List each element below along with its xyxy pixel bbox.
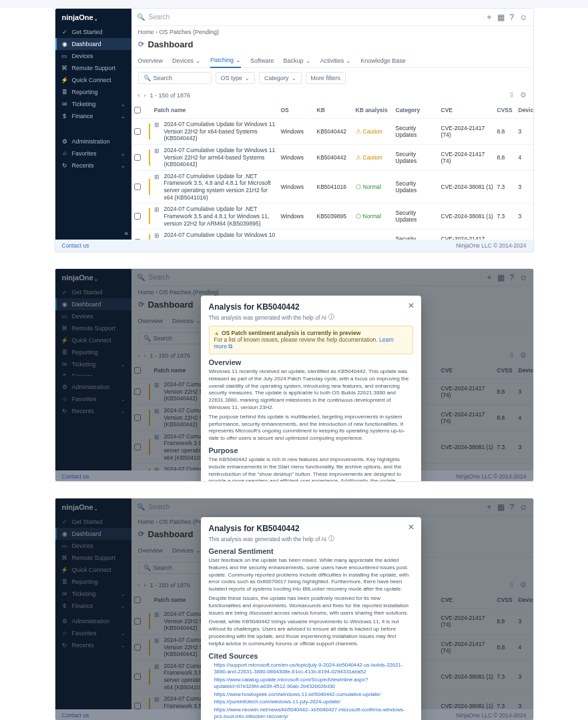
tab-devices[interactable]: Devices⌄ (172, 53, 201, 67)
source-link[interactable]: https://www.catalog.update.microsoft.com… (214, 677, 413, 691)
sidebar-item-finance[interactable]: $Finance⌄ (55, 600, 131, 610)
table-row[interactable]: ⊞2024-07 Cumulative Update for Windows 1… (131, 145, 533, 171)
sidebar-item-favorites[interactable]: ☆Favorites⌄ (55, 147, 131, 159)
sidebar-item-reporting[interactable]: ≣Reporting (55, 576, 131, 588)
row-checkbox[interactable] (134, 239, 141, 240)
refresh-icon[interactable]: ⟳ (138, 40, 144, 49)
sidebar-item-administration[interactable]: ⚙Administration (55, 135, 131, 147)
prev-page-icon[interactable]: ‹ (138, 92, 140, 99)
sidebar-item-remote-support[interactable]: ⌘Remote Support (55, 62, 131, 74)
col-category[interactable]: Category (394, 107, 440, 113)
source-link[interactable]: https://support.microsoft.com/en-us/topi… (214, 662, 413, 676)
info-icon[interactable]: ⓘ (328, 314, 334, 322)
global-search[interactable]: 🔍 Search (137, 13, 483, 21)
export-icon[interactable]: ⇩ (509, 91, 515, 99)
sidebar-item-devices[interactable]: ▭Devices (55, 540, 131, 552)
sidebar-item-get-started[interactable]: ✓Get Started (55, 286, 131, 298)
row-checkbox[interactable] (134, 703, 141, 709)
sidebar-item-quick-connect[interactable]: ⚡Quick Connect (55, 74, 131, 86)
col-patch-name[interactable]: Patch name (153, 107, 280, 113)
row-checkbox[interactable] (134, 673, 141, 680)
sidebar-item-remote-support[interactable]: ⌘Remote Support (55, 552, 131, 564)
sidebar-item-reporting[interactable]: ≣Reporting (55, 346, 131, 358)
col-cvss[interactable]: CVSS (496, 597, 517, 603)
table-row[interactable]: ⊞2024-07 Cumulative Update for Windows 1… (131, 230, 533, 240)
row-checkbox[interactable] (134, 128, 141, 135)
sidebar-collapse-icon[interactable]: « (125, 230, 129, 237)
sidebar-item-dashboard[interactable]: ◉Dashboard (55, 528, 131, 540)
sidebar-item-remote-support[interactable]: ⌘Remote Support (55, 322, 131, 334)
sidebar-item-get-started[interactable]: ✓Get Started (55, 516, 131, 528)
select-all-checkbox[interactable] (134, 597, 141, 603)
tab-overview[interactable]: Overview (138, 314, 164, 328)
add-icon[interactable]: + (487, 13, 492, 22)
tab-devices[interactable]: Devices⌄ (172, 314, 201, 328)
sidebar-item-quick-connect[interactable]: ⚡Quick Connect (55, 334, 131, 346)
tab-devices[interactable]: Devices⌄ (172, 543, 201, 557)
sidebar-item-reporting[interactable]: ≣Reporting (55, 86, 131, 98)
sidebar-item-administration[interactable]: ⚙Administration (55, 615, 131, 627)
row-checkbox[interactable] (134, 618, 141, 625)
sidebar-item-dashboard[interactable]: ◉Dashboard (55, 38, 131, 50)
filter-category[interactable]: Category⌄ (259, 72, 302, 84)
user-icon[interactable]: ☺ (519, 13, 527, 22)
sidebar-item-ticketing[interactable]: ✉Ticketing⌄ (55, 358, 131, 370)
table-row[interactable]: ⊞2024-07 Cumulative Update for .NET Fram… (131, 204, 533, 230)
col-devices[interactable]: Devices (517, 367, 533, 374)
filter-more-filters[interactable]: More filters (306, 72, 346, 84)
help-icon[interactable]: ? (510, 13, 515, 22)
row-checkbox[interactable] (134, 388, 141, 395)
col-devices[interactable]: Devices (517, 107, 533, 113)
info-icon[interactable]: ⓘ (328, 535, 334, 543)
col-cvss[interactable]: CVSS (496, 367, 517, 374)
col-kb[interactable]: KB (316, 107, 354, 113)
sidebar-item-devices[interactable]: ▭Devices (55, 310, 131, 322)
row-checkbox[interactable] (134, 154, 141, 161)
row-checkbox[interactable] (134, 184, 141, 190)
close-icon[interactable]: ✕ (408, 301, 414, 310)
source-link[interactable]: https://www.neowin.net/news/kb5040442--k… (214, 707, 413, 720)
row-checkbox[interactable] (134, 414, 141, 421)
sidebar-item-ticketing[interactable]: ✉Ticketing⌄ (55, 588, 131, 600)
sidebar-item-finance[interactable]: $Finance⌄ (55, 110, 131, 122)
settings-icon[interactable]: ⚙ (520, 91, 527, 99)
tab-overview[interactable]: Overview (138, 543, 164, 557)
col-devices[interactable]: Devices (517, 597, 533, 603)
sidebar-item-get-started[interactable]: ✓Get Started (55, 26, 131, 38)
filter-os-type[interactable]: OS type⌄ (216, 72, 256, 84)
tab-backup[interactable]: Backup⌄ (284, 53, 311, 67)
sidebar-item-recents[interactable]: ↻Recents⌄ (55, 639, 131, 651)
col-cve[interactable]: CVE (440, 367, 496, 374)
tab-software[interactable]: Software (250, 53, 274, 67)
sidebar-item-finance[interactable]: $Finance⌄ (55, 370, 131, 376)
breadcrumb-home[interactable]: Home (138, 29, 154, 35)
tab-overview[interactable]: Overview (138, 53, 164, 67)
source-link[interactable]: https://pureinfotech.com/windows-11-july… (214, 699, 413, 706)
table-row[interactable]: ⊞2024-07 Cumulative Update for Windows 1… (131, 119, 533, 145)
col-cve[interactable]: CVE (440, 107, 496, 113)
tab-activities[interactable]: Activities⌄ (320, 53, 352, 67)
apps-icon[interactable]: ▦ (497, 13, 505, 22)
sidebar-item-dashboard[interactable]: ◉Dashboard (55, 298, 131, 310)
sidebar-item-administration[interactable]: ⚙Administration (55, 381, 131, 393)
table-row[interactable]: ⊞2024-07 Cumulative Update for .NET Fram… (131, 171, 533, 204)
col-kb-analysis[interactable]: KB analysis (354, 107, 394, 113)
sidebar-item-favorites[interactable]: ☆Favorites⌄ (55, 393, 131, 405)
tab-knowledge-base[interactable]: Knowledge Base (360, 53, 406, 67)
sidebar-item-recents[interactable]: ↻Recents⌄ (55, 405, 131, 417)
row-checkbox[interactable] (134, 444, 141, 450)
sidebar-item-ticketing[interactable]: ✉Ticketing⌄ (55, 98, 131, 110)
contact-link[interactable]: Contact us (62, 242, 89, 249)
col-cve[interactable]: CVE (440, 597, 496, 603)
tab-patching[interactable]: Patching⌄ (210, 53, 241, 68)
next-page-icon[interactable]: › (144, 92, 146, 99)
close-icon[interactable]: ✕ (408, 522, 414, 532)
row-checkbox[interactable] (134, 213, 141, 220)
sidebar-item-quick-connect[interactable]: ⚡Quick Connect (55, 564, 131, 576)
sidebar-item-recents[interactable]: ↻Recents⌄ (55, 159, 131, 171)
select-all-checkbox[interactable] (134, 367, 141, 374)
sidebar-item-favorites[interactable]: ☆Favorites⌄ (55, 627, 131, 639)
row-checkbox[interactable] (134, 644, 141, 651)
sidebar-item-devices[interactable]: ▭Devices (55, 50, 131, 62)
col-cvss[interactable]: CVSS (496, 107, 517, 113)
